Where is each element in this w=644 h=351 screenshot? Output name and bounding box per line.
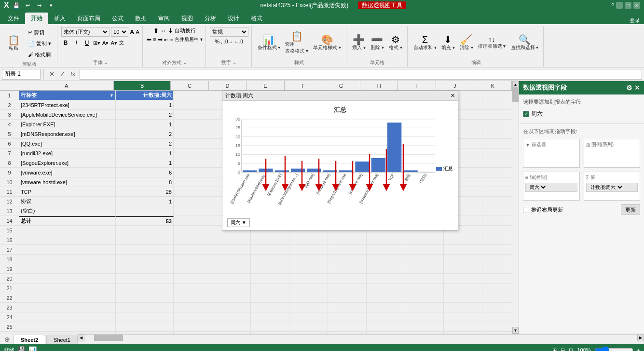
help-btn[interactable]: ? [611,2,614,8]
cell-k[interactable] [482,177,512,187]
cell-c[interactable] [174,91,212,100]
cell-i[interactable] [405,264,444,273]
cell-c[interactable] [174,255,212,264]
cell-k[interactable] [482,197,512,206]
cell-e[interactable] [251,312,289,322]
cell-c[interactable] [174,235,212,244]
cell-b[interactable] [116,332,174,334]
cell-i[interactable] [405,332,444,334]
cell-a[interactable] [19,312,116,322]
scroll-right-btn[interactable]: ▶ [637,335,644,341]
table-row[interactable]: 21 [0,284,512,293]
cell-f[interactable] [289,284,328,293]
cell-d[interactable] [212,255,251,264]
update-btn[interactable]: 更新 [621,204,640,215]
chart-header-close[interactable]: ✕ [451,93,455,99]
cell-k[interactable] [482,332,512,334]
cell-f[interactable] [289,293,328,302]
cell-c[interactable] [174,168,212,177]
align-middle-btn[interactable]: ↔ [160,27,166,34]
cell-j[interactable] [444,274,482,283]
cell-f[interactable] [289,264,328,273]
zone-filter[interactable]: ▼ 筛选器 [523,139,580,168]
horizontal-scrollbar[interactable]: ◀ ▶ [78,334,644,341]
cell-k[interactable] [482,284,512,293]
scroll-up-btn[interactable]: ▲ [512,81,519,88]
number-format-select[interactable]: 常规 [210,27,248,37]
table-row[interactable]: 23 [0,303,512,312]
insert-cells-btn[interactable]: ➕ 插入 ▾ [350,34,368,52]
cell-d[interactable] [212,274,251,283]
align-bottom-btn[interactable]: ⬇ [168,27,173,34]
cell-e[interactable] [251,274,289,283]
tab-format[interactable]: 格式 [245,13,268,24]
cell-c[interactable] [174,284,212,293]
wrap-text-btn[interactable]: 自动换行 [175,27,196,34]
table-row[interactable]: 26 [0,332,512,334]
cell-a[interactable]: 总计 [19,216,116,225]
bold-btn[interactable]: B [61,39,70,47]
cell-k[interactable] [482,100,512,109]
quick-redo-btn[interactable]: ↪ [35,1,44,10]
quick-save-btn[interactable]: 💾 [12,1,21,10]
cell-g[interactable] [328,235,367,244]
cell-k[interactable] [482,235,512,244]
cell-i[interactable] [405,274,444,283]
cell-b[interactable]: 53 [116,216,174,225]
cell-a[interactable]: [Explorer.EXE] [19,120,116,129]
cell-k[interactable] [482,206,512,216]
col-header-h[interactable]: H [360,81,398,90]
increase-font-btn[interactable]: A [130,28,134,36]
cell-h[interactable] [367,322,405,331]
cell-c[interactable] [174,177,212,187]
cell-c[interactable] [174,322,212,331]
minimize-btn[interactable]: — [616,2,623,9]
cell-a[interactable]: 行标签▼ [19,91,116,100]
font-color-btn[interactable]: A▾ [110,40,117,46]
font-size-select[interactable]: 10 [111,27,128,37]
h-scroll-thumb[interactable] [94,335,123,341]
cell-h[interactable] [367,303,405,312]
cell-d[interactable] [212,284,251,293]
cell-k[interactable] [482,293,512,302]
table-row[interactable]: 17 [0,245,512,255]
cell-b[interactable]: 1 [116,148,174,158]
cell-d[interactable] [212,303,251,312]
format-cells-btn[interactable]: ⚙ 格式 ▾ [387,34,404,52]
cell-k[interactable] [482,226,512,235]
cell-c[interactable] [174,332,212,334]
cell-e[interactable] [251,322,289,331]
cell-c[interactable] [174,129,212,138]
cell-b[interactable] [116,284,174,293]
decrease-decimal-btn[interactable]: ←.0 [234,39,243,44]
cell-i[interactable] [405,255,444,264]
cell-e[interactable] [251,293,289,302]
cell-j[interactable] [444,332,482,334]
indent-less-btn[interactable]: ⇤ [164,37,168,42]
cell-c[interactable] [174,187,212,196]
cell-b[interactable]: 8 [116,177,174,187]
cell-b[interactable] [116,293,174,302]
cell-e[interactable] [251,255,289,264]
border-btn[interactable]: ⊞▾ [93,40,100,46]
cell-f[interactable] [289,245,328,254]
cell-i[interactable] [405,284,444,293]
cell-g[interactable] [328,322,367,331]
cell-j[interactable] [444,293,482,302]
cell-f[interactable] [289,332,328,334]
cell-a[interactable]: [2345RTProtect.exe] [19,100,116,109]
cell-a[interactable] [19,284,116,293]
cell-k[interactable] [482,187,512,196]
cell-c[interactable] [174,139,212,148]
tab-formula[interactable]: 公式 [106,13,129,24]
table-row[interactable]: 22 [0,293,512,303]
cell-c[interactable] [174,148,212,158]
cell-f[interactable] [289,303,328,312]
cell-b[interactable] [116,255,174,264]
table-row[interactable]: 25 [0,322,512,332]
cell-c[interactable] [174,293,212,302]
zone-legend[interactable]: ⊞ 图例(系列) [584,139,641,168]
cell-g[interactable] [328,284,367,293]
cell-k[interactable] [482,110,512,119]
cell-k[interactable] [482,91,512,100]
